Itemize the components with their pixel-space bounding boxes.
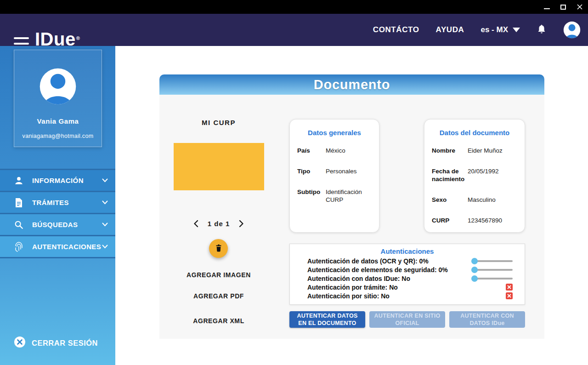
row-value: México	[326, 147, 372, 154]
chevron-right-icon[interactable]	[239, 220, 244, 228]
auth-label: Autenticación de datos (OCR y QR): 0%	[307, 257, 471, 265]
profile-card: Vania Gama vaniagamag@hotmail.com	[14, 50, 102, 147]
row-value: Eider Muñoz	[468, 147, 517, 154]
sidebar-item-autenticaciones[interactable]: AUTENTICACIONES	[0, 236, 115, 257]
sidebar-item-label: AUTENTICACIONES	[32, 243, 102, 251]
sidebar-menu: INFORMACIÓN TRÁMITES BÚSQUEDAS	[0, 169, 115, 258]
sidebar-item-label: BÚSQUEDAS	[32, 221, 102, 228]
chevron-down-icon	[102, 178, 108, 182]
row-value: 1234567890	[468, 217, 517, 224]
data-row: CURP 1234567890	[432, 217, 517, 224]
row-label: Subtipo	[297, 188, 326, 204]
notifications-bell-icon[interactable]	[537, 24, 547, 35]
auth-label: Autenticación de elementos de seguridad:…	[307, 266, 471, 274]
auth-slider[interactable]	[471, 275, 513, 282]
row-label: Fecha de nacimiento	[432, 167, 468, 183]
data-row: Fecha de nacimiento 20/05/1992	[432, 167, 517, 183]
datos-documento-card: Datos del documento Nombre Eider Muñoz F…	[424, 119, 525, 233]
document-label: MI CURP	[159, 119, 278, 126]
page-indicator: 1 de 1	[208, 220, 230, 228]
profile-avatar-icon	[39, 68, 77, 105]
maximize-icon[interactable]	[560, 3, 567, 11]
document-icon	[13, 198, 25, 208]
chevron-left-icon[interactable]	[193, 220, 198, 228]
document-panel: MI CURP 1 de 1 AGREGAR IMAGEN AGREGAR PD…	[159, 95, 544, 339]
add-xml-button[interactable]: AGREGAR XML	[159, 317, 278, 325]
row-value: Masculino	[468, 196, 517, 204]
pagination: 1 de 1	[159, 220, 278, 228]
data-row: País México	[297, 147, 372, 154]
sidebar-item-label: TRÁMITES	[32, 199, 102, 206]
row-label: País	[297, 147, 326, 154]
nav-ayuda[interactable]: AYUDA	[436, 25, 464, 34]
document-column: MI CURP 1 de 1 AGREGAR IMAGEN AGREGAR PD…	[159, 95, 278, 339]
trash-icon	[215, 244, 223, 254]
delete-document-button[interactable]	[209, 239, 228, 258]
user-avatar-icon[interactable]	[563, 21, 581, 39]
sidebar-item-label: INFORMACIÓN	[32, 177, 102, 184]
add-pdf-button[interactable]: AGREGAR PDF	[159, 292, 278, 300]
auth-row: Autenticación de datos (OCR y QR): 0%	[290, 257, 525, 265]
row-label: Tipo	[297, 167, 326, 175]
top-nav: CONTÁCTO AYUDA es - MX	[373, 14, 581, 46]
fail-icon	[506, 292, 513, 299]
language-value: es - MX	[481, 25, 508, 34]
sidebar: Vania Gama vaniagamag@hotmail.com INFORM…	[0, 46, 115, 365]
logout-label: CERRAR SESIÓN	[32, 339, 98, 348]
auth-row: Autenticación de elementos de seguridad:…	[290, 265, 525, 274]
auth-row: Autenticación con datos IDue: No	[290, 274, 525, 283]
language-selector[interactable]: es - MX	[481, 25, 520, 34]
row-label: Sexo	[432, 196, 468, 204]
window-titlebar	[0, 0, 588, 14]
data-row: Subtipo Identificación CURP	[297, 188, 372, 204]
row-value: 20/05/1992	[468, 167, 517, 183]
sidebar-item-busquedas[interactable]: BÚSQUEDAS	[0, 214, 115, 235]
close-icon[interactable]	[576, 3, 583, 11]
autenticar-sitio-oficial-button[interactable]: AUTENTICAR EN SITIO OFICIAL	[369, 311, 445, 328]
row-label: Nombre	[432, 147, 468, 154]
datos-generales-card: Datos generales País México Tipo Persona…	[289, 119, 379, 233]
sidebar-item-tramites[interactable]: TRÁMITES	[0, 192, 115, 213]
add-image-button[interactable]: AGREGAR IMAGEN	[159, 271, 278, 279]
autenticaciones-title: Autenticaciones	[290, 247, 525, 255]
logout-icon	[14, 336, 26, 350]
autenticar-datos-idue-button[interactable]: AUTENTICAR CON DATOS IDue	[449, 311, 525, 328]
row-value: Personales	[326, 167, 372, 175]
auth-slider[interactable]	[471, 258, 513, 264]
action-buttons: AUTENTICAR DATOS EN EL DOCUMENTO AUTENTI…	[289, 311, 525, 328]
profile-name: Vania Gama	[14, 117, 102, 125]
chevron-down-icon	[102, 222, 108, 227]
minimize-icon[interactable]	[543, 3, 550, 11]
auth-label: Autenticación por trámite: No	[307, 284, 506, 291]
sidebar-item-informacion[interactable]: INFORMACIÓN	[0, 170, 115, 191]
nav-contacto[interactable]: CONTÁCTO	[373, 25, 419, 34]
data-row: Nombre Eider Muñoz	[432, 147, 517, 154]
caret-down-icon	[513, 28, 520, 32]
fingerprint-icon	[13, 241, 25, 252]
search-icon	[13, 220, 25, 230]
auth-label: Autenticación por sitio: No	[307, 292, 506, 300]
app-header: IDue® DILIGENCE AUTHENTICATION CONTÁCTO …	[0, 14, 588, 46]
data-row: Tipo Personales	[297, 167, 372, 175]
autenticar-datos-documento-button[interactable]: AUTENTICAR DATOS EN EL DOCUMENTO	[289, 311, 365, 328]
main-content: Documento MI CURP 1 de 1 AGREGAR IMAGEN	[115, 46, 588, 365]
chevron-down-icon	[102, 200, 108, 205]
page-title: Documento	[314, 77, 390, 92]
autenticaciones-panel: Autenticaciones Autenticación de datos (…	[289, 244, 525, 305]
row-value: Identificación CURP	[326, 188, 372, 204]
card-title: Datos generales	[297, 129, 372, 137]
fail-icon	[506, 284, 513, 291]
row-label: CURP	[432, 217, 468, 224]
auth-row: Autenticación por sitio: No	[290, 291, 525, 300]
data-row: Sexo Masculino	[432, 196, 517, 204]
auth-row: Autenticación por trámite: No	[290, 283, 525, 291]
logout-button[interactable]: CERRAR SESIÓN	[14, 336, 98, 350]
user-icon	[13, 176, 25, 186]
auth-label: Autenticación con datos IDue: No	[307, 275, 471, 282]
page-title-banner: Documento	[159, 74, 544, 95]
card-title: Datos del documento	[432, 129, 517, 137]
chevron-down-icon	[102, 245, 108, 249]
document-preview[interactable]	[174, 143, 264, 190]
profile-email: vaniagamag@hotmail.com	[14, 133, 102, 139]
auth-slider[interactable]	[471, 267, 513, 273]
